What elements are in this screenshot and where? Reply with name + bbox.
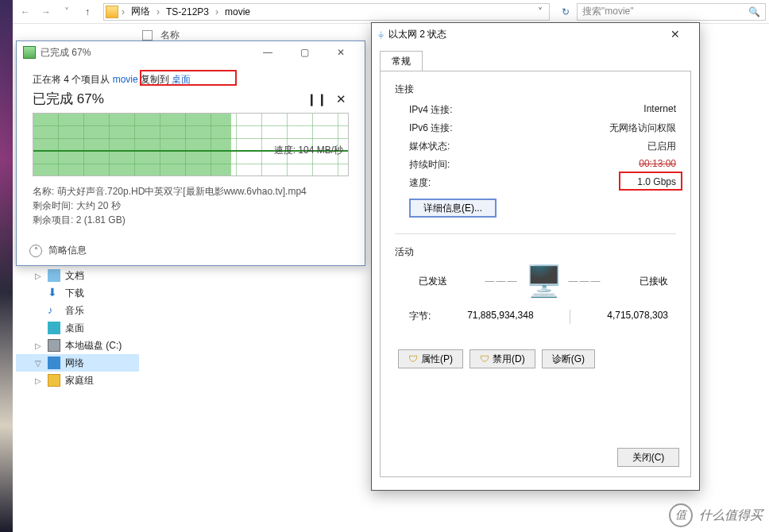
copy-progress-dialog: 已完成 67% — ▢ ✕ 正在将 4 个项目从 movie 复制到 桌面 已完…	[16, 40, 365, 266]
tree-item-downloads[interactable]: ⬇下载	[16, 284, 139, 302]
general-panel: 连接 IPv4 连接:Internet IPv6 连接:无网络访问权限 媒体状态…	[380, 71, 691, 477]
chevron-right-icon: ›	[157, 6, 160, 17]
explorer-toolbar: ← → ˅ ↑ › 网络 › TS-212P3 › movie ˅ ↻ 搜索"m…	[13, 0, 769, 24]
dialog-title: 以太网 2 状态	[388, 28, 446, 41]
section-connection: 连接	[395, 83, 676, 96]
desktop-left-strip	[0, 0, 13, 532]
music-icon: ♪	[48, 304, 60, 317]
breadcrumb[interactable]: TS-212P3	[163, 6, 212, 17]
nav-recent-dropdown[interactable]: ˅	[57, 2, 76, 21]
watermark-logo: 值	[669, 503, 693, 527]
row-ipv4: IPv4 连接:Internet	[395, 101, 676, 119]
shield-icon: 🛡	[408, 353, 418, 364]
sent-label: 已发送	[419, 275, 447, 288]
details-toggle[interactable]: ˄ 简略信息	[29, 244, 87, 257]
watermark: 值 什么值得买	[669, 503, 763, 527]
sent-bytes: 71,885,934,348	[467, 310, 533, 324]
close-dialog-button[interactable]: 关闭(C)	[617, 448, 679, 467]
folder-icon	[106, 6, 118, 18]
minimize-button[interactable]: —	[250, 44, 285, 61]
chevron-right-icon: ›	[122, 6, 125, 17]
pause-button[interactable]: ❙❙	[307, 92, 323, 106]
divider	[395, 233, 676, 234]
tree-item-network[interactable]: ▽网络	[16, 354, 139, 372]
document-icon	[48, 269, 60, 282]
dialog-title: 已完成 67%	[41, 46, 91, 60]
row-media: 媒体状态:已启用	[395, 137, 676, 156]
download-icon: ⬇	[48, 287, 60, 299]
dialog-titlebar[interactable]: 已完成 67% — ▢ ✕	[17, 41, 365, 64]
chevron-right-icon: ›	[215, 6, 218, 17]
tree-item-documents[interactable]: ▷文档	[16, 267, 139, 284]
bytes-row: 字节: 71,885,934,348 4,715,078,303	[395, 299, 676, 324]
tree-item-homegroup[interactable]: ▷家庭组	[16, 372, 139, 389]
tab-general[interactable]: 常规	[380, 51, 423, 71]
annotation-highlight	[140, 70, 237, 86]
tab-strip: 常规	[380, 50, 691, 71]
divider	[570, 310, 570, 324]
disk-icon	[48, 339, 60, 352]
copy-icon	[23, 46, 36, 59]
computers-icon: 🖥️	[525, 264, 562, 299]
recv-bytes: 4,715,078,303	[607, 310, 668, 324]
remaining-items: 剩余项目: 2 (1.81 GB)	[33, 213, 349, 227]
search-input[interactable]: 搜索"movie" 🔍	[577, 3, 766, 21]
chevron-up-icon: ˄	[29, 245, 42, 257]
annotation-highlight	[619, 172, 682, 191]
progress-heading: 已完成 67%	[33, 90, 104, 108]
close-button[interactable]: ✕	[658, 28, 693, 40]
search-placeholder: 搜索"movie"	[582, 5, 634, 18]
tree-item-local-disk[interactable]: ▷本地磁盘 (C:)	[16, 337, 139, 354]
cancel-button[interactable]: ✕	[333, 92, 349, 106]
ethernet-icon: ⏚	[378, 29, 384, 40]
maximize-button[interactable]: ▢	[287, 44, 322, 61]
nav-forward-button[interactable]: →	[37, 2, 56, 21]
search-icon: 🔍	[748, 6, 760, 17]
shield-icon: 🛡	[480, 353, 489, 364]
remaining-time: 剩余时间: 大约 20 秒	[33, 199, 349, 213]
properties-button[interactable]: 🛡属性(P)	[398, 349, 463, 368]
nav-back-button[interactable]: ←	[16, 2, 35, 21]
refresh-button[interactable]: ↻	[556, 6, 575, 17]
breadcrumb[interactable]: movie	[222, 6, 253, 17]
ethernet-status-dialog: ⏚ 以太网 2 状态 ✕ 常规 连接 IPv4 连接:Internet IPv6…	[371, 22, 700, 491]
details-button[interactable]: 详细信息(E)...	[409, 199, 497, 218]
row-ipv6: IPv6 连接:无网络访问权限	[395, 119, 676, 137]
diagnose-button[interactable]: 诊断(G)	[542, 349, 595, 368]
close-button[interactable]: ✕	[323, 44, 358, 61]
breadcrumb[interactable]: 网络	[128, 5, 153, 18]
activity-row: 已发送 ———🖥️——— 已接收	[395, 264, 676, 299]
tree-item-desktop[interactable]: 桌面	[16, 319, 139, 337]
network-icon	[48, 357, 60, 369]
navigation-tree: ▷文档 ⬇下载 ♪音乐 桌面 ▷本地磁盘 (C:) ▽网络 ▷家庭组	[16, 267, 139, 389]
desktop-icon	[48, 322, 60, 334]
dialog-titlebar[interactable]: ⏚ 以太网 2 状态 ✕	[372, 23, 699, 45]
select-all-checkbox[interactable]	[142, 30, 153, 40]
bytes-label: 字节:	[409, 310, 431, 324]
speed-label: 速度: 104 MB/秒	[274, 144, 343, 157]
watermark-text: 什么值得买	[699, 507, 763, 524]
disable-button[interactable]: 🛡禁用(D)	[470, 349, 535, 368]
section-activity: 活动	[395, 245, 676, 259]
transfer-graph: 速度: 104 MB/秒	[33, 113, 349, 176]
nav-up-button[interactable]: ↑	[78, 2, 97, 21]
file-name-line: 名称: 萌犬好声音.720p.HD中英双字[最新电影www.6vhao.tv].…	[33, 184, 349, 199]
address-bar[interactable]: › 网络 › TS-212P3 › movie ˅	[103, 3, 550, 21]
homegroup-icon	[48, 374, 60, 387]
tree-item-music[interactable]: ♪音乐	[16, 302, 139, 319]
recv-label: 已接收	[640, 275, 668, 288]
address-dropdown[interactable]: ˅	[533, 6, 547, 17]
source-link[interactable]: movie	[113, 74, 138, 85]
